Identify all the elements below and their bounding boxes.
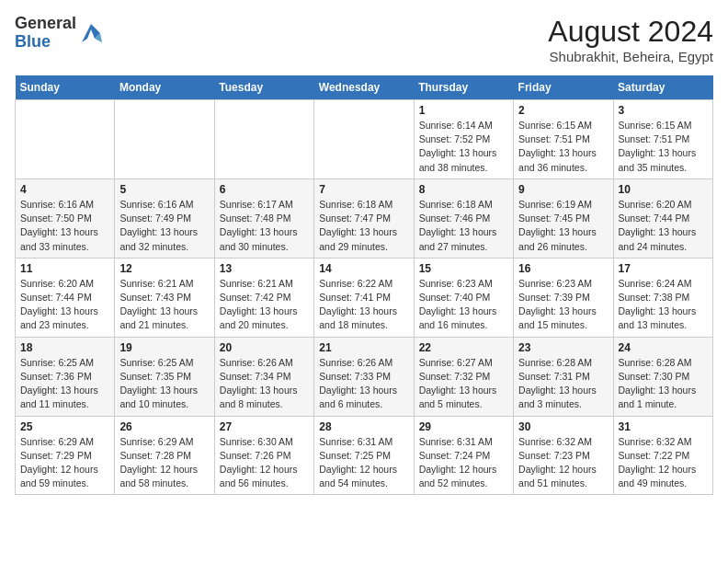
weekday-header-friday: Friday	[514, 75, 613, 100]
day-number: 31	[619, 420, 708, 433]
calendar-cell: 18Sunrise: 6:25 AM Sunset: 7:36 PM Dayli…	[16, 337, 115, 416]
calendar-cell: 28Sunrise: 6:31 AM Sunset: 7:25 PM Dayli…	[314, 416, 414, 495]
day-number: 20	[220, 341, 309, 354]
calendar-cell: 20Sunrise: 6:26 AM Sunset: 7:34 PM Dayli…	[214, 337, 313, 416]
calendar-cell: 19Sunrise: 6:25 AM Sunset: 7:35 PM Dayli…	[115, 337, 214, 416]
day-info: Sunrise: 6:26 AM Sunset: 7:34 PM Dayligh…	[220, 356, 309, 412]
calendar-cell: 24Sunrise: 6:28 AM Sunset: 7:30 PM Dayli…	[613, 337, 712, 416]
day-number: 12	[119, 262, 209, 275]
day-number: 25	[20, 420, 109, 433]
day-number: 10	[619, 183, 708, 196]
calendar-week-row: 4Sunrise: 6:16 AM Sunset: 7:50 PM Daylig…	[16, 178, 713, 258]
calendar-cell: 15Sunrise: 6:23 AM Sunset: 7:40 PM Dayli…	[414, 258, 513, 337]
calendar-week-row: 11Sunrise: 6:20 AM Sunset: 7:44 PM Dayli…	[16, 258, 713, 337]
day-info: Sunrise: 6:23 AM Sunset: 7:39 PM Dayligh…	[518, 277, 608, 333]
day-info: Sunrise: 6:20 AM Sunset: 7:44 PM Dayligh…	[20, 277, 109, 333]
calendar-cell: 23Sunrise: 6:28 AM Sunset: 7:31 PM Dayli…	[514, 337, 613, 416]
day-info: Sunrise: 6:28 AM Sunset: 7:30 PM Dayligh…	[619, 356, 708, 412]
calendar-cell: 16Sunrise: 6:23 AM Sunset: 7:39 PM Dayli…	[514, 258, 613, 337]
day-number: 3	[619, 104, 708, 117]
day-number: 7	[319, 183, 408, 196]
weekday-header-tuesday: Tuesday	[214, 75, 313, 100]
day-number: 14	[319, 262, 408, 275]
calendar-cell: 8Sunrise: 6:18 AM Sunset: 7:46 PM Daylig…	[414, 178, 513, 258]
calendar-cell: 7Sunrise: 6:18 AM Sunset: 7:47 PM Daylig…	[314, 178, 414, 258]
weekday-header-wednesday: Wednesday	[314, 75, 414, 100]
day-number: 21	[319, 341, 408, 354]
day-info: Sunrise: 6:14 AM Sunset: 7:52 PM Dayligh…	[419, 119, 508, 175]
month-title: August 2024	[548, 15, 713, 49]
weekday-header-monday: Monday	[115, 75, 214, 100]
calendar-cell: 22Sunrise: 6:27 AM Sunset: 7:32 PM Dayli…	[414, 337, 513, 416]
day-info: Sunrise: 6:18 AM Sunset: 7:46 PM Dayligh…	[419, 198, 508, 254]
day-info: Sunrise: 6:15 AM Sunset: 7:51 PM Dayligh…	[619, 119, 708, 175]
day-number: 19	[119, 341, 209, 354]
day-info: Sunrise: 6:16 AM Sunset: 7:49 PM Dayligh…	[119, 198, 209, 254]
day-info: Sunrise: 6:15 AM Sunset: 7:51 PM Dayligh…	[518, 119, 608, 175]
day-info: Sunrise: 6:25 AM Sunset: 7:35 PM Dayligh…	[119, 356, 209, 412]
weekday-header-sunday: Sunday	[16, 75, 115, 100]
calendar-cell: 27Sunrise: 6:30 AM Sunset: 7:26 PM Dayli…	[214, 416, 313, 495]
day-number: 9	[518, 183, 608, 196]
calendar-week-row: 1Sunrise: 6:14 AM Sunset: 7:52 PM Daylig…	[16, 100, 713, 179]
calendar-cell: 2Sunrise: 6:15 AM Sunset: 7:51 PM Daylig…	[514, 100, 613, 179]
day-info: Sunrise: 6:23 AM Sunset: 7:40 PM Dayligh…	[419, 277, 508, 333]
calendar-cell: 12Sunrise: 6:21 AM Sunset: 7:43 PM Dayli…	[115, 258, 214, 337]
day-info: Sunrise: 6:17 AM Sunset: 7:48 PM Dayligh…	[220, 198, 309, 254]
calendar-cell: 10Sunrise: 6:20 AM Sunset: 7:44 PM Dayli…	[613, 178, 712, 258]
calendar-cell: 17Sunrise: 6:24 AM Sunset: 7:38 PM Dayli…	[613, 258, 712, 337]
day-number: 18	[20, 341, 109, 354]
calendar-cell: 30Sunrise: 6:32 AM Sunset: 7:23 PM Dayli…	[514, 416, 613, 495]
calendar-cell: 9Sunrise: 6:19 AM Sunset: 7:45 PM Daylig…	[514, 178, 613, 258]
day-number: 24	[619, 341, 708, 354]
calendar-cell	[214, 100, 313, 179]
day-info: Sunrise: 6:21 AM Sunset: 7:42 PM Dayligh…	[220, 277, 309, 333]
day-number: 16	[518, 262, 608, 275]
calendar-cell: 21Sunrise: 6:26 AM Sunset: 7:33 PM Dayli…	[314, 337, 414, 416]
calendar-cell: 25Sunrise: 6:29 AM Sunset: 7:29 PM Dayli…	[16, 416, 115, 495]
day-info: Sunrise: 6:31 AM Sunset: 7:24 PM Dayligh…	[419, 435, 508, 491]
weekday-header-saturday: Saturday	[613, 75, 712, 100]
day-number: 1	[419, 104, 508, 117]
weekday-header-row: SundayMondayTuesdayWednesdayThursdayFrid…	[16, 75, 713, 100]
calendar-cell: 29Sunrise: 6:31 AM Sunset: 7:24 PM Dayli…	[414, 416, 513, 495]
logo-general-text: General	[15, 14, 76, 32]
day-info: Sunrise: 6:16 AM Sunset: 7:50 PM Dayligh…	[20, 198, 109, 254]
day-info: Sunrise: 6:32 AM Sunset: 7:23 PM Dayligh…	[518, 435, 608, 491]
location-title: Shubrakhit, Beheira, Egypt	[548, 49, 713, 64]
calendar-table: SundayMondayTuesdayWednesdayThursdayFrid…	[15, 75, 713, 495]
calendar-cell: 26Sunrise: 6:29 AM Sunset: 7:28 PM Dayli…	[115, 416, 214, 495]
calendar-cell: 3Sunrise: 6:15 AM Sunset: 7:51 PM Daylig…	[613, 100, 712, 179]
day-number: 11	[20, 262, 109, 275]
day-number: 13	[220, 262, 309, 275]
day-info: Sunrise: 6:31 AM Sunset: 7:25 PM Dayligh…	[319, 435, 408, 491]
day-info: Sunrise: 6:22 AM Sunset: 7:41 PM Dayligh…	[319, 277, 408, 333]
calendar-cell: 6Sunrise: 6:17 AM Sunset: 7:48 PM Daylig…	[214, 178, 313, 258]
day-info: Sunrise: 6:29 AM Sunset: 7:29 PM Dayligh…	[20, 435, 109, 491]
calendar-cell: 5Sunrise: 6:16 AM Sunset: 7:49 PM Daylig…	[115, 178, 214, 258]
logo: General Blue	[15, 15, 104, 52]
day-info: Sunrise: 6:24 AM Sunset: 7:38 PM Dayligh…	[619, 277, 708, 333]
day-number: 15	[419, 262, 508, 275]
day-info: Sunrise: 6:25 AM Sunset: 7:36 PM Dayligh…	[20, 356, 109, 412]
day-info: Sunrise: 6:28 AM Sunset: 7:31 PM Dayligh…	[518, 356, 608, 412]
day-info: Sunrise: 6:30 AM Sunset: 7:26 PM Dayligh…	[220, 435, 309, 491]
day-number: 8	[419, 183, 508, 196]
day-number: 17	[619, 262, 708, 275]
day-number: 4	[20, 183, 109, 196]
calendar-cell: 31Sunrise: 6:32 AM Sunset: 7:22 PM Dayli…	[613, 416, 712, 495]
calendar-cell	[314, 100, 414, 179]
day-info: Sunrise: 6:20 AM Sunset: 7:44 PM Dayligh…	[619, 198, 708, 254]
day-number: 27	[220, 420, 309, 433]
calendar-cell: 1Sunrise: 6:14 AM Sunset: 7:52 PM Daylig…	[414, 100, 513, 179]
day-info: Sunrise: 6:21 AM Sunset: 7:43 PM Dayligh…	[119, 277, 209, 333]
calendar-cell	[16, 100, 115, 179]
day-number: 22	[419, 341, 508, 354]
day-info: Sunrise: 6:19 AM Sunset: 7:45 PM Dayligh…	[518, 198, 608, 254]
day-info: Sunrise: 6:26 AM Sunset: 7:33 PM Dayligh…	[319, 356, 408, 412]
day-info: Sunrise: 6:18 AM Sunset: 7:47 PM Dayligh…	[319, 198, 408, 254]
calendar-week-row: 18Sunrise: 6:25 AM Sunset: 7:36 PM Dayli…	[16, 337, 713, 416]
day-number: 6	[220, 183, 309, 196]
header: General Blue August 2024 Shubrakhit, Beh…	[15, 15, 713, 64]
day-info: Sunrise: 6:29 AM Sunset: 7:28 PM Dayligh…	[119, 435, 209, 491]
